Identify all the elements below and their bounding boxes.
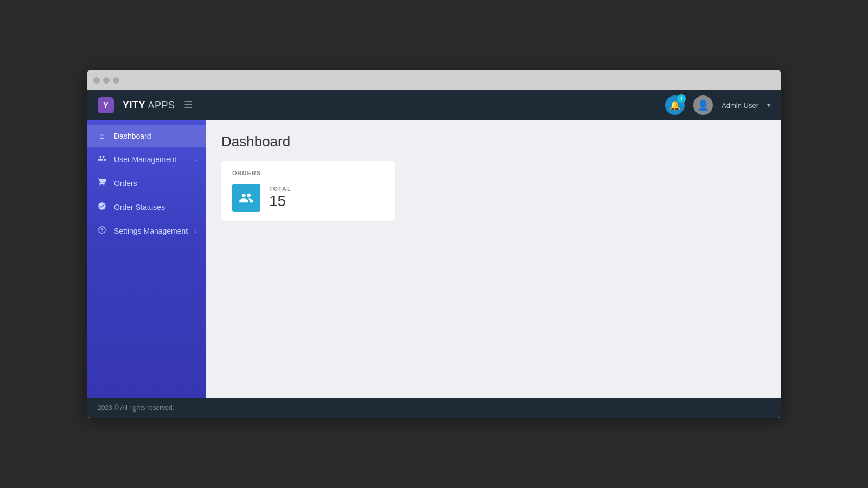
widget-stats: TOTAL 15	[269, 185, 291, 210]
hamburger-icon[interactable]: ☰	[184, 99, 193, 111]
widget-card-title: ORDERS	[232, 170, 384, 176]
logo-sub: APPS	[145, 100, 175, 111]
browser-chrome	[87, 70, 781, 90]
sidebar-item-dashboard[interactable]: ⌂ Dashboard	[87, 125, 206, 147]
user-menu-chevron-icon[interactable]: ▾	[767, 101, 770, 109]
orders-widget-card: ORDERS TOTAL 15	[221, 161, 395, 221]
sidebar-item-settings-management[interactable]: Settings Management ‹	[87, 219, 206, 243]
settings-management-icon	[97, 226, 107, 236]
home-icon: ⌂	[97, 131, 107, 141]
sidebar-item-label: Order Statuses	[114, 203, 196, 211]
chevron-left-icon: ‹	[194, 228, 196, 234]
browser-dot-2	[103, 77, 110, 84]
main-body: ⌂ Dashboard User Management ‹	[87, 120, 781, 398]
navbar: Y YITY APPS ☰ 🔔 1 👤 Admin User ▾	[87, 90, 781, 120]
avatar-icon: 👤	[697, 99, 709, 111]
chevron-left-icon: ‹	[194, 156, 196, 163]
app-container: Y YITY APPS ☰ 🔔 1 👤 Admin User ▾	[87, 90, 781, 418]
browser-dot-1	[93, 77, 100, 84]
sidebar-item-label: Settings Management	[114, 227, 188, 235]
page-title: Dashboard	[221, 133, 766, 150]
orders-icon	[97, 178, 107, 189]
navbar-right: 🔔 1 👤 Admin User ▾	[665, 95, 770, 115]
sidebar-item-label: User Management	[114, 155, 188, 164]
user-name: Admin User	[722, 101, 758, 110]
orders-widget-icon	[239, 190, 254, 206]
notification-badge: 1	[677, 94, 686, 103]
user-management-icon	[97, 154, 107, 165]
app-footer: 2023 © All rights reserved.	[87, 398, 781, 418]
sidebar-item-orders[interactable]: Orders	[87, 171, 206, 195]
footer-text: 2023 © All rights reserved.	[98, 404, 174, 412]
order-statuses-icon	[97, 202, 107, 213]
logo-text: YITY APPS	[123, 100, 175, 111]
orders-widget-icon-box	[232, 184, 260, 212]
widget-stats-label: TOTAL	[269, 185, 291, 192]
main-content: Dashboard ORDERS TOTAL 15	[206, 120, 781, 398]
sidebar: ⌂ Dashboard User Management ‹	[87, 120, 206, 398]
sidebar-item-label: Dashboard	[114, 132, 196, 140]
sidebar-item-user-management[interactable]: User Management ‹	[87, 147, 206, 171]
logo-brand: YITY	[123, 100, 145, 111]
avatar: 👤	[693, 95, 713, 115]
navbar-left: Y YITY APPS ☰	[98, 97, 193, 113]
widget-stats-value: 15	[269, 192, 291, 210]
notification-button[interactable]: 🔔 1	[665, 95, 685, 115]
sidebar-item-label: Orders	[114, 179, 196, 188]
widget-card-body: TOTAL 15	[232, 184, 384, 212]
browser-dot-3	[113, 77, 119, 84]
browser-window: Y YITY APPS ☰ 🔔 1 👤 Admin User ▾	[87, 70, 781, 418]
sidebar-item-order-statuses[interactable]: Order Statuses	[87, 195, 206, 219]
logo-icon: Y	[98, 97, 114, 113]
